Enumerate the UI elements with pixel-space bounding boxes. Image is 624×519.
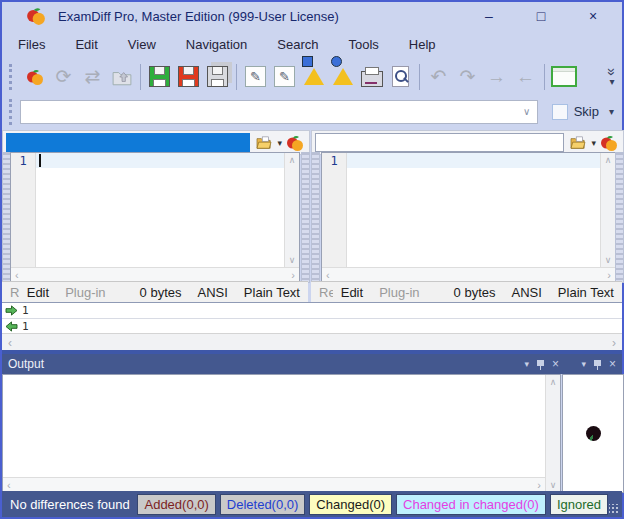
open-file-dropdown-icon[interactable]: ▾ <box>277 138 282 148</box>
compare-fruit-icon[interactable] <box>286 134 304 152</box>
pin-icon[interactable] <box>594 359 601 370</box>
window-title: ExamDiff Pro, Master Edition (999-User L… <box>58 9 339 24</box>
scroll-right-icon[interactable]: › <box>612 336 616 350</box>
arrow-right-icon: → <box>487 67 506 86</box>
next-difference-button[interactable]: → <box>482 62 511 91</box>
right-horizontal-scrollbar[interactable]: ‹ › <box>322 267 615 282</box>
changed-count-badge[interactable]: Changed(0) <box>309 494 392 515</box>
toolbar-separator <box>236 64 237 90</box>
pin-icon[interactable] <box>537 359 544 370</box>
right-pane-status-bar: Read Edit Plug-in 0 bytes ANSI Plain Tex… <box>311 281 622 303</box>
toolbar-dropdown-icon[interactable]: ▾ <box>610 77 615 86</box>
swap-panes-button[interactable]: ⇄ <box>78 62 107 91</box>
scroll-down-icon[interactable]: ∨ <box>605 255 612 265</box>
file-format: Plain Text <box>236 285 308 300</box>
recompare-button[interactable]: ⟳ <box>49 62 78 91</box>
menu-edit[interactable]: Edit <box>63 34 109 55</box>
toolbar-overflow-icon[interactable]: » <box>607 68 617 76</box>
open-folder-up-button[interactable] <box>107 62 136 91</box>
save-first-file-button[interactable] <box>145 62 174 91</box>
file-size: 0 bytes <box>132 285 190 300</box>
scroll-right-icon[interactable]: › <box>607 269 611 281</box>
scroll-left-icon[interactable]: ‹ <box>15 269 19 281</box>
menu-navigation[interactable]: Navigation <box>174 34 259 55</box>
ignored-badge[interactable]: Ignored <box>550 494 608 515</box>
deleted-count-badge[interactable]: Deleted(0,0) <box>220 494 306 515</box>
save-both-floppy-icon <box>207 66 228 87</box>
panel-menu-dropdown-icon[interactable]: ▾ <box>524 359 529 369</box>
file-size: 0 bytes <box>446 285 504 300</box>
right-line-number: 1 <box>322 153 347 267</box>
output-panel-header: Output ▾ × <box>2 354 565 374</box>
right-editor-text-area[interactable] <box>347 153 600 267</box>
panel-close-icon[interactable]: × <box>609 357 616 371</box>
edit-first-file-button[interactable]: ✎ <box>241 62 270 91</box>
added-count-badge[interactable]: Added(0,0) <box>137 494 215 515</box>
maximize-button[interactable]: □ <box>530 8 552 24</box>
arrow-left-icon: ← <box>516 67 535 86</box>
menu-tools[interactable]: Tools <box>336 34 390 55</box>
toolbar-grip[interactable] <box>9 64 12 90</box>
current-diff-line-panel: 1 1 <box>2 302 622 335</box>
left-horizontal-scrollbar[interactable]: ‹ › <box>11 267 299 282</box>
left-file-path-field[interactable] <box>6 133 250 152</box>
open-file-dropdown-icon[interactable]: ▾ <box>591 138 596 148</box>
open-file-icon[interactable] <box>569 136 587 150</box>
menu-search[interactable]: Search <box>265 34 330 55</box>
panel-menu-dropdown-icon[interactable]: ▾ <box>581 359 586 369</box>
undo-icon: ↶ <box>431 67 447 86</box>
save-differences-button[interactable] <box>299 62 328 91</box>
open-file-icon[interactable] <box>255 136 273 150</box>
edit-second-file-button[interactable]: ✎ <box>270 62 299 91</box>
statistics-panel-header: ▾ × <box>562 354 622 374</box>
show-differences-window-button[interactable] <box>549 62 578 91</box>
scroll-down-icon[interactable]: ∨ <box>289 255 296 265</box>
chevron-down-icon[interactable]: ∨ <box>517 106 537 117</box>
arrow-right-green-icon <box>5 305 18 316</box>
output-horizontal-scrollbar[interactable]: ‹ › <box>3 477 545 492</box>
save-both-files-button[interactable] <box>203 62 232 91</box>
menu-help[interactable]: Help <box>397 34 448 55</box>
scroll-left-icon[interactable]: ‹ <box>7 479 11 491</box>
right-vertical-scrollbar[interactable]: ∧ ∨ <box>600 153 615 267</box>
left-vertical-scrollbar[interactable]: ∧ ∨ <box>284 153 299 267</box>
menu-view[interactable]: View <box>116 34 168 55</box>
scroll-down-icon[interactable]: ∨ <box>550 480 557 490</box>
diff-line-row-first[interactable]: 1 <box>2 303 622 319</box>
right-file-path-field[interactable] <box>315 133 564 152</box>
scroll-up-icon[interactable]: ∧ <box>289 155 296 165</box>
prev-difference-button[interactable]: ← <box>511 62 540 91</box>
main-toolbar: ⟳ ⇄ ✎ ✎ ↶ ↷ → ← » ▾ <box>2 58 622 95</box>
close-button[interactable]: × <box>582 8 604 24</box>
compare-fruit-icon <box>26 68 44 86</box>
panel-close-icon[interactable]: × <box>552 357 559 371</box>
right-editor[interactable]: 1 ∧ ∨ ‹ › <box>321 152 616 283</box>
output-vertical-scrollbar[interactable]: ∧ ∨ <box>545 375 560 492</box>
minimize-button[interactable]: – <box>478 8 500 24</box>
compare-options-combobox[interactable]: ∨ <box>20 100 538 124</box>
save-second-file-button[interactable] <box>174 62 203 91</box>
redo-button[interactable]: ↷ <box>453 62 482 91</box>
print-button[interactable] <box>357 62 386 91</box>
scroll-left-icon[interactable]: ‹ <box>326 269 330 281</box>
save-differences-html-button[interactable] <box>328 62 357 91</box>
scroll-right-icon[interactable]: › <box>291 269 295 281</box>
compare-button[interactable] <box>20 62 49 91</box>
scroll-left-icon[interactable]: ‹ <box>8 336 12 350</box>
toolbar-grip[interactable] <box>9 99 12 125</box>
scroll-right-icon[interactable]: › <box>537 479 541 491</box>
resize-grip[interactable] <box>609 504 619 514</box>
print-preview-button[interactable] <box>386 62 415 91</box>
skip-dropdown-icon[interactable]: ▾ <box>609 106 614 117</box>
changed-in-changed-count-badge[interactable]: Changed in changed(0) <box>396 494 546 515</box>
undo-button[interactable]: ↶ <box>424 62 453 91</box>
scroll-up-icon[interactable]: ∧ <box>605 155 612 165</box>
scroll-up-icon[interactable]: ∧ <box>550 377 557 387</box>
diff-panel-horizontal-scrollbar[interactable]: ‹ › <box>2 333 622 351</box>
compare-fruit-icon[interactable] <box>600 134 618 152</box>
skip-checkbox[interactable] <box>552 104 568 120</box>
left-editor-text-area[interactable] <box>36 153 284 267</box>
menu-files[interactable]: Files <box>6 34 57 55</box>
output-content-area[interactable] <box>3 375 545 477</box>
left-editor[interactable]: 1 ∧ ∨ ‹ › <box>10 152 300 283</box>
